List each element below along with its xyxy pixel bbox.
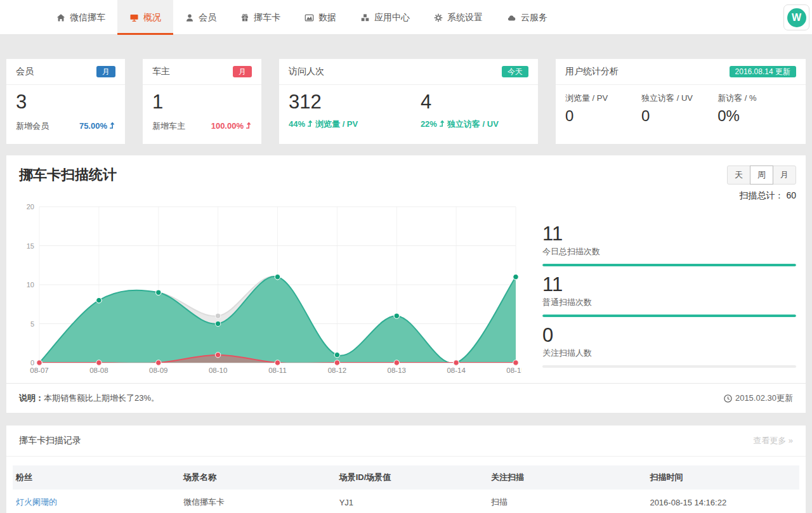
chart-image-icon [304, 13, 314, 22]
owner-card-title: 车主 [152, 66, 170, 77]
scan-records-panel: 挪车卡扫描记录 查看更多 » 粉丝 场景名称 场景ID/场景值 关注扫描 扫描时… [6, 425, 806, 513]
level-up-icon [439, 119, 445, 129]
col-fan: 粉丝 [13, 465, 180, 490]
clock-icon [724, 394, 732, 403]
svg-text:08-09: 08-09 [149, 367, 167, 374]
scan-area-chart: 0510152008-0708-0808-0908-1008-1108-1208… [14, 204, 521, 377]
normal-scans-stat: 11 普通扫描次数 [542, 274, 796, 317]
user-icon [185, 13, 194, 22]
stat-cards-row: 会员 月 3 新增会员 75.00% 车主 月 1 新增车主 100.00% [6, 59, 806, 144]
range-toggle: 天 周 月 [727, 166, 796, 185]
member-count: 3 [16, 90, 115, 115]
nav-label: 系统设置 [447, 12, 483, 23]
progress-bar [542, 365, 796, 368]
scan-total: 扫描总计： 60 [740, 190, 796, 202]
level-up-icon [109, 121, 115, 131]
user-stats-card: 用户统计分析 2016.08.14 更新 浏览量 / PV 0 独立访客 / U… [556, 59, 806, 144]
visits-card: 访问人次 今天 312 44%浏览量 / PV 4 22%独立访客 / UV [279, 59, 538, 144]
col-scene-id: 场景ID/场景值 [336, 465, 488, 490]
month-badge: 月 [233, 66, 252, 77]
svg-text:08-12: 08-12 [328, 367, 346, 374]
svg-text:08-08: 08-08 [89, 367, 108, 374]
progress-bar [542, 315, 796, 317]
month-badge: 月 [96, 66, 115, 77]
member-card: 会员 月 3 新增会员 75.00% [6, 59, 125, 144]
scene-id-cell: YJ1 [336, 490, 488, 513]
nav-label: 挪车卡 [254, 12, 280, 23]
col-follow: 关注扫描 [488, 465, 646, 490]
table-row: 灯火阑珊的 微信挪车卡 YJ1 扫描 2016-08-15 14:16:22 [13, 490, 799, 513]
table-header-row: 粉丝 场景名称 场景ID/场景值 关注扫描 扫描时间 [13, 465, 799, 490]
svg-text:08-10: 08-10 [209, 367, 227, 374]
gear-icon [434, 13, 443, 22]
logo-button[interactable]: W [783, 4, 809, 30]
nav-label: 概况 [143, 12, 161, 23]
nav-label: 数据 [318, 12, 336, 23]
range-day-button[interactable]: 天 [727, 166, 750, 185]
total-scans-stat: 11 今日总扫描次数 [542, 223, 796, 266]
nav-item-overview[interactable]: 概况 [117, 0, 173, 35]
user-stats-uv: 独立访客 / UV 0 [641, 93, 717, 125]
nav-item-home[interactable]: 微信挪车 [44, 0, 117, 35]
scan-records-table: 粉丝 场景名称 场景ID/场景值 关注扫描 扫描时间 灯火阑珊的 微信挪车卡 Y… [13, 465, 799, 513]
range-month-button[interactable]: 月 [773, 166, 796, 185]
top-navigation: 微信挪车 概况 会员 挪车卡 数据 [0, 0, 812, 35]
nav-item-cards[interactable]: 挪车卡 [228, 0, 292, 35]
nav-item-cloud[interactable]: 云服务 [495, 0, 560, 35]
svg-text:08-15: 08-15 [506, 367, 521, 374]
svg-text:10: 10 [27, 281, 34, 289]
svg-text:5: 5 [30, 320, 34, 328]
progress-bar [542, 264, 796, 266]
nav-item-data[interactable]: 数据 [292, 0, 348, 35]
user-stats-new: 新访客 / % 0% [717, 93, 794, 125]
nav-label: 会员 [199, 12, 216, 23]
updated-badge: 2016.08.14 更新 [730, 66, 796, 77]
records-title: 挪车卡扫描记录 [19, 435, 81, 446]
owner-percent: 100.00% [211, 121, 252, 131]
nav-item-apps[interactable]: 应用中心 [348, 0, 422, 35]
main-menu: 微信挪车 概况 会员 挪车卡 数据 [44, 0, 812, 35]
pv-percent-label: 44%浏览量 / PV [289, 119, 358, 130]
col-scene: 场景名称 [180, 465, 336, 490]
cloud-icon [507, 13, 516, 22]
gift-icon [240, 13, 249, 22]
svg-text:08-13: 08-13 [388, 367, 406, 374]
follow-scans-stat: 0 关注扫描人数 [542, 325, 796, 368]
svg-text:08-14: 08-14 [447, 367, 466, 374]
home-icon [56, 13, 65, 22]
scan-side-stats: 11 今日总扫描次数 11 普通扫描次数 0 关注扫描人数 [542, 204, 796, 377]
scene-cell: 微信挪车卡 [180, 490, 336, 513]
member-card-title: 会员 [16, 66, 34, 77]
cubes-icon [360, 13, 370, 22]
member-label: 新增会员 [16, 120, 49, 132]
dashboard: 会员 月 3 新增会员 75.00% 车主 月 1 新增车主 100.00% [0, 35, 812, 513]
svg-text:15: 15 [27, 242, 34, 250]
svg-text:0: 0 [30, 359, 34, 367]
fan-link[interactable]: 灯火阑珊的 [16, 497, 57, 507]
owner-label: 新增车主 [152, 120, 185, 132]
view-more-link[interactable]: 查看更多 » [753, 435, 793, 446]
svg-text:20: 20 [27, 204, 34, 211]
user-stats-title: 用户统计分析 [565, 66, 619, 77]
follow-cell: 扫描 [488, 490, 646, 513]
time-cell: 2016-08-15 14:16:22 [646, 490, 799, 513]
uv-percent-label: 22%独立访客 / UV [421, 119, 499, 130]
owner-card: 车主 月 1 新增车主 100.00% [143, 59, 261, 144]
range-week-button[interactable]: 周 [750, 166, 773, 185]
chart-note: 说明：本期销售额比上期增长了23%。 [19, 393, 159, 404]
nav-label: 微信挪车 [70, 12, 105, 23]
today-badge: 今天 [502, 66, 528, 77]
level-up-icon [307, 119, 313, 129]
pv-count: 312 [289, 90, 421, 115]
weiphp-logo-icon: W [787, 8, 806, 27]
svg-text:08-11: 08-11 [268, 367, 287, 374]
owner-count: 1 [152, 90, 252, 115]
nav-label: 云服务 [521, 12, 547, 23]
col-time: 扫描时间 [646, 465, 799, 490]
scan-stats-title: 挪车卡扫描统计 [19, 166, 117, 202]
nav-item-members[interactable]: 会员 [173, 0, 228, 35]
level-up-icon [246, 121, 252, 131]
nav-label: 应用中心 [374, 12, 410, 23]
nav-item-settings[interactable]: 系统设置 [422, 0, 495, 35]
member-percent: 75.00% [79, 121, 115, 131]
